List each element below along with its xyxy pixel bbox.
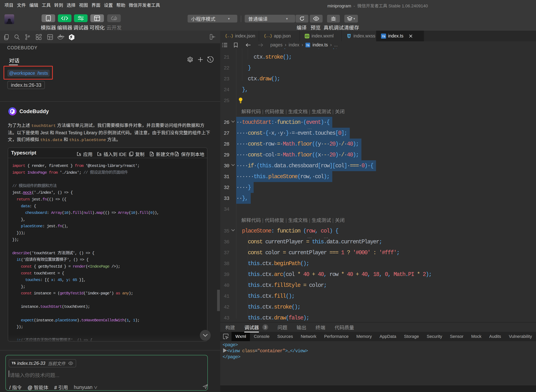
- svg-text:TS: TS: [382, 35, 385, 38]
- svg-text:TS: TS: [306, 44, 309, 47]
